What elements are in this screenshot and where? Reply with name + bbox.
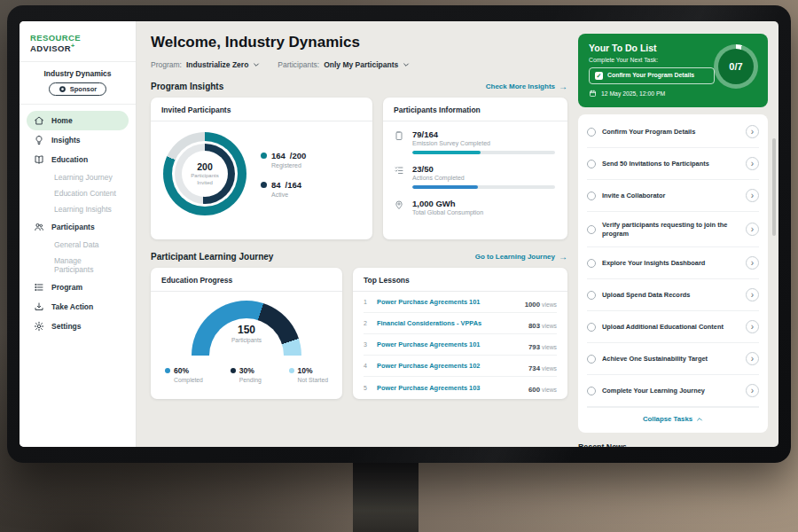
collapse-tasks-link[interactable]: Collapse Tasks [587, 407, 759, 431]
checkbox-icon[interactable] [587, 355, 596, 364]
sidebar: RESOURCE ADVISOR+ Industry Dynamics Spon… [20, 21, 137, 447]
lesson-link[interactable]: Power Purchase Agreements 103 [377, 384, 521, 392]
sidebar-item-label: Insights [51, 136, 81, 145]
program-filter-label: Program: [151, 60, 182, 69]
chevron-up-icon [696, 416, 703, 423]
due-date-text: 12 May 2025, 12:00 PM [601, 90, 665, 97]
progress-bar [412, 185, 555, 189]
lesson-rank: 4 [364, 363, 370, 369]
checkbox-icon[interactable] [587, 387, 596, 395]
program-filter[interactable]: Program: Industrialize Zero [151, 60, 260, 69]
collapse-label: Collapse Tasks [643, 415, 692, 423]
metric-value: 1,000 GWh [412, 199, 555, 208]
lesson-row[interactable]: 3 Power Purchase Agreements 101 793views [364, 334, 557, 356]
legend-dot [261, 153, 267, 159]
chevron-right-icon[interactable]: › [746, 256, 759, 270]
chevron-right-icon[interactable]: › [746, 384, 759, 397]
checkbox-icon[interactable] [587, 128, 596, 137]
lesson-views: 734 [528, 364, 540, 372]
lesson-views: 793 [528, 343, 540, 351]
checkbox-icon[interactable] [587, 291, 596, 300]
scrollbar[interactable] [772, 138, 776, 236]
chevron-right-icon[interactable]: › [746, 223, 759, 236]
legend-label: Completed [174, 377, 203, 383]
lesson-link[interactable]: Power Purchase Agreements 101 [377, 298, 518, 306]
task-row[interactable]: Upload Additional Educational Content › [587, 311, 759, 343]
check-more-insights-link[interactable]: Check More Insights → [486, 82, 567, 91]
sidebar-item-home[interactable]: Home [27, 111, 129, 130]
main-content: Welcome, Industry Dynamics Program: Indu… [137, 21, 578, 447]
checkbox-icon[interactable] [587, 225, 596, 234]
sidebar-item-manage-participants[interactable]: Manage Participants [27, 253, 129, 278]
lesson-link[interactable]: Power Purchase Agreements 101 [377, 340, 521, 348]
invited-legend: 164/200 Registered 84/164 Active [261, 151, 306, 198]
task-row[interactable]: Upload Spend Data Records › [587, 279, 759, 311]
checkbox-icon[interactable] [587, 160, 596, 168]
lesson-row[interactable]: 1 Power Purchase Agreements 101 1000view… [364, 292, 557, 313]
legend-total: /164 [286, 180, 302, 190]
chevron-right-icon[interactable]: › [746, 189, 759, 202]
checkbox-icon[interactable] [587, 323, 596, 332]
sponsor-badge[interactable]: Sponsor [49, 82, 106, 96]
sidebar-item-settings[interactable]: Settings [27, 317, 129, 336]
sidebar-item-label: Home [51, 116, 73, 125]
task-row[interactable]: Confirm Your Program Details › [587, 116, 759, 148]
task-row[interactable]: Verify participants requesting to join t… [587, 212, 759, 247]
sidebar-item-learning-journey[interactable]: Learning Journey [27, 169, 129, 185]
progress-bar [412, 151, 555, 154]
task-row[interactable]: Achieve One Sustainability Target › [587, 343, 759, 375]
book-icon [34, 154, 45, 165]
lesson-link[interactable]: Power Purchase Agreements 102 [377, 362, 521, 370]
legend-pct: 10% [298, 366, 313, 375]
sidebar-item-label: Program [51, 283, 82, 292]
sponsor-badge-label: Sponsor [70, 85, 97, 93]
checkbox-icon[interactable] [587, 259, 596, 268]
sidebar-item-learning-insights[interactable]: Learning Insights [27, 201, 129, 217]
task-row[interactable]: Explore Your Insights Dashboard › [587, 247, 759, 279]
task-row[interactable]: Complete Your Learning Journey › [587, 375, 759, 407]
sidebar-item-label: Education [51, 155, 88, 164]
due-date-row: 12 May 2025, 12:00 PM [589, 90, 757, 98]
task-label: Upload Additional Educational Content [602, 323, 739, 332]
sidebar-item-label: Settings [51, 322, 82, 331]
lesson-rank: 1 [364, 299, 370, 305]
next-task-button[interactable]: ✓ Confirm Your Program Details [589, 67, 715, 84]
info-card-body: 79/164 Emission Survey Completed 23/50 A… [383, 121, 567, 215]
task-label: Send 50 Invitations to Participants [602, 160, 739, 168]
sidebar-item-take-action[interactable]: Take Action [27, 297, 129, 317]
sidebar-item-general-data[interactable]: General Data [27, 237, 129, 253]
global-consumption-row: 1,000 GWh Total Global Consumption [394, 199, 555, 215]
task-label: Achieve One Sustainability Target [602, 355, 739, 364]
invited-participants-card: Invited Participants 200 Participants In… [151, 98, 372, 239]
lesson-row[interactable]: 4 Power Purchase Agreements 102 734views [364, 356, 557, 377]
task-row[interactable]: Invite a Collaborator › [587, 180, 759, 212]
chevron-right-icon[interactable]: › [746, 157, 759, 170]
legend-registered: 164/200 Registered [261, 151, 306, 168]
checkbox-icon[interactable]: ✓ [595, 72, 603, 80]
sidebar-item-program[interactable]: Program [27, 278, 129, 297]
sidebar-item-education-content[interactable]: Education Content [27, 185, 129, 201]
calendar-icon [589, 90, 597, 98]
sidebar-item-education[interactable]: Education [27, 150, 129, 169]
legend-active: 84/164 Active [261, 180, 306, 198]
task-label: Invite a Collaborator [602, 192, 739, 200]
logo-text-secondary: ADVISOR [30, 43, 71, 53]
sidebar-item-insights[interactable]: Insights [27, 130, 129, 150]
chevron-right-icon[interactable]: › [746, 320, 759, 333]
legend-dot [231, 368, 236, 373]
lesson-row[interactable]: 5 Power Purchase Agreements 103 600views [364, 377, 557, 398]
task-row[interactable]: Send 50 Invitations to Participants › [587, 148, 759, 180]
legend-value: 84 [271, 180, 281, 190]
todo-task-list: Confirm Your Program Details › Send 50 I… [578, 114, 768, 433]
chevron-right-icon[interactable]: › [746, 288, 759, 301]
checkbox-icon[interactable] [587, 192, 596, 200]
participants-filter[interactable]: Participants: Only My Participants [278, 60, 410, 69]
task-label: Complete Your Learning Journey [602, 387, 739, 395]
chevron-right-icon[interactable]: › [746, 125, 759, 138]
lesson-row[interactable]: 2 Financial Considerations - VPPAs 803vi… [364, 313, 557, 334]
go-to-learning-journey-link[interactable]: Go to Learning Journey → [475, 252, 567, 262]
lesson-link[interactable]: Financial Considerations - VPPAs [377, 319, 521, 327]
chevron-right-icon[interactable]: › [746, 352, 759, 365]
sidebar-item-participants[interactable]: Participants [27, 217, 129, 237]
card-title: Top Lessons [353, 268, 567, 292]
